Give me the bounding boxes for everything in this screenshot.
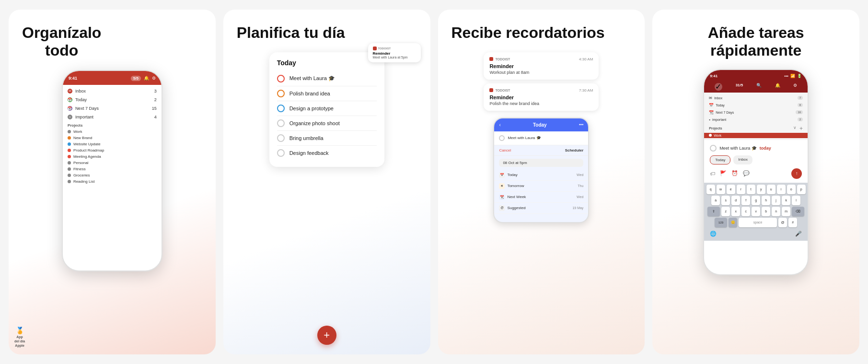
7days-icon-2: 📆 <box>709 110 714 115</box>
todoist-icon-1 <box>489 57 493 61</box>
sched-option-nextweek[interactable]: 📆 Next Week Wed <box>494 192 588 203</box>
today-icon-2: 📅 <box>709 103 714 107</box>
tag-icon[interactable]: 🏷 <box>710 171 715 176</box>
date-input[interactable]: 08 Oct at 5pm <box>499 159 583 167</box>
key-space[interactable]: space <box>739 218 777 227</box>
key-q[interactable]: q <box>706 185 715 194</box>
nav-7days[interactable]: 📆 Next 7 Days 15 <box>63 104 162 113</box>
comment-icon[interactable]: 💬 <box>743 170 750 176</box>
quick-inbox-btn[interactable]: Inbox <box>733 155 752 164</box>
nav-today[interactable]: 📅 Today 2 <box>63 95 162 104</box>
sched-task-circle <box>499 135 505 141</box>
key-shift[interactable]: ⇧ <box>707 207 720 216</box>
key-m[interactable]: m <box>782 207 790 216</box>
task-item-1[interactable]: Meet with Laura 🎓 <box>277 71 377 86</box>
proj-newbrand[interactable]: New Brand <box>63 135 162 141</box>
proj-reading[interactable]: Reading List <box>63 178 162 185</box>
add-nav-bar: ✓ 31/5 🔍 🔔 ⚙ <box>704 81 808 93</box>
add-project-icon[interactable]: + <box>799 125 803 132</box>
key-l[interactable]: l <box>792 196 800 205</box>
key-h[interactable]: h <box>762 196 770 205</box>
key-at[interactable]: @ <box>778 218 787 227</box>
sched-option-suggested[interactable]: ⏱ Suggested 19 May <box>494 203 588 214</box>
key-y[interactable]: y <box>757 185 765 194</box>
task-item-2[interactable]: Polish brand idea <box>277 86 377 101</box>
nav-important[interactable]: • Important 4 <box>63 113 162 121</box>
key-delete[interactable]: ⌫ <box>792 207 804 216</box>
task-item-6[interactable]: Design feedback <box>277 146 377 160</box>
key-n[interactable]: n <box>772 207 780 216</box>
sched-option-tomorrow[interactable]: ☀ Tomorrow Thu <box>494 181 588 192</box>
add-phone-header: 9:41 ▪▪▪ 📶 🔋 <box>704 70 808 81</box>
key-z[interactable]: z <box>721 207 730 216</box>
reading-dot <box>68 180 71 183</box>
key-e[interactable]: e <box>727 185 735 194</box>
proj-website[interactable]: Website Update <box>63 141 162 147</box>
proj-work[interactable]: Work <box>63 129 162 135</box>
key-i[interactable]: i <box>777 185 786 194</box>
scheduler-phone: ‹ Today ••• Meet with Laura 🎓 Cancel Sch… <box>493 117 589 223</box>
key-j[interactable]: j <box>772 196 780 205</box>
key-v[interactable]: v <box>752 207 760 216</box>
search-icon[interactable]: 🔍 <box>756 83 762 91</box>
key-d[interactable]: d <box>731 196 740 205</box>
key-c[interactable]: c <box>741 207 750 216</box>
sched-option-today[interactable]: 📅 Today Wed <box>494 170 588 181</box>
cancel-button[interactable]: Cancel <box>499 148 511 153</box>
nav-inbox[interactable]: ✉ Inbox 3 <box>63 87 162 95</box>
keyboard-row-4: 123 😊 space @ # <box>706 218 806 227</box>
flag-icon[interactable]: 🚩 <box>720 170 727 176</box>
proj-groceries[interactable]: Groceries <box>63 172 162 178</box>
sidebar-inbox[interactable]: ✉ Inbox 7 <box>704 94 808 102</box>
key-g[interactable]: g <box>752 196 760 205</box>
proj-roadmap[interactable]: Product Roadmap <box>63 147 162 153</box>
key-k[interactable]: k <box>782 196 790 205</box>
key-hash[interactable]: # <box>788 218 797 227</box>
sidebar-important[interactable]: • important 2 <box>704 116 808 123</box>
key-123[interactable]: 123 <box>715 218 727 227</box>
task-item-3[interactable]: Design a prototype <box>277 101 377 116</box>
bell-icon-2[interactable]: 🔔 <box>775 83 780 91</box>
alarm-icon[interactable]: ⏰ <box>731 170 738 176</box>
key-emoji[interactable]: 😊 <box>729 218 737 227</box>
task-circle-6 <box>277 149 285 157</box>
key-u[interactable]: u <box>767 185 775 194</box>
proj-meeting[interactable]: Meeting Agenda <box>63 153 162 160</box>
phone-badge: 5/5 <box>131 76 141 81</box>
proj-work-item[interactable]: Work <box>704 133 808 138</box>
back-icon[interactable]: ‹ <box>499 122 500 128</box>
add-task-button[interactable]: + <box>317 326 336 345</box>
key-o[interactable]: o <box>787 185 796 194</box>
key-w[interactable]: w <box>717 185 725 194</box>
today-count-2: 8 <box>798 103 803 107</box>
settings-icon[interactable]: ⚙ <box>793 83 797 91</box>
proj-fitness[interactable]: Fitness <box>63 166 162 172</box>
task-item-4[interactable]: Organize photo shoot <box>277 116 377 131</box>
key-b[interactable]: b <box>762 207 770 216</box>
phone-header: 9:41 5/5 🔔 ⚙ <box>63 71 162 85</box>
panel-add-tasks: Añade tareas rápidamente 9:41 ▪▪▪ 📶 🔋 ✓ … <box>652 10 859 354</box>
sidebar-7days[interactable]: 📆 Next 7 Days 16 <box>704 109 808 116</box>
mic-icon[interactable]: 🎤 <box>795 231 802 237</box>
chevron-down-icon[interactable]: ∨ <box>793 125 797 132</box>
key-r[interactable]: r <box>737 185 745 194</box>
key-a[interactable]: a <box>711 196 720 205</box>
key-p[interactable]: p <box>797 185 806 194</box>
task-circle-3 <box>277 105 285 112</box>
7days-count-2: 16 <box>796 110 803 114</box>
send-button[interactable]: ↑ <box>791 168 802 179</box>
panel4-title: Añade tareas rápidamente <box>666 24 846 59</box>
roadmap-dot <box>68 149 71 152</box>
keyboard-row-2: a s d f g h j k l <box>706 196 806 205</box>
key-s[interactable]: s <box>721 196 730 205</box>
proj-personal[interactable]: Personal <box>63 160 162 166</box>
key-x[interactable]: x <box>731 207 740 216</box>
globe-icon[interactable]: 🌐 <box>710 231 717 237</box>
sidebar-today[interactable]: 📅 Today 8 <box>704 102 808 109</box>
task-item-5[interactable]: Bring umbrella <box>277 131 377 146</box>
quick-today-btn[interactable]: Today <box>710 155 730 164</box>
sched-tomorrow-day: Thu <box>578 184 583 188</box>
key-t[interactable]: t <box>747 185 755 194</box>
key-f[interactable]: f <box>741 196 750 205</box>
more-icon[interactable]: ••• <box>579 122 583 127</box>
